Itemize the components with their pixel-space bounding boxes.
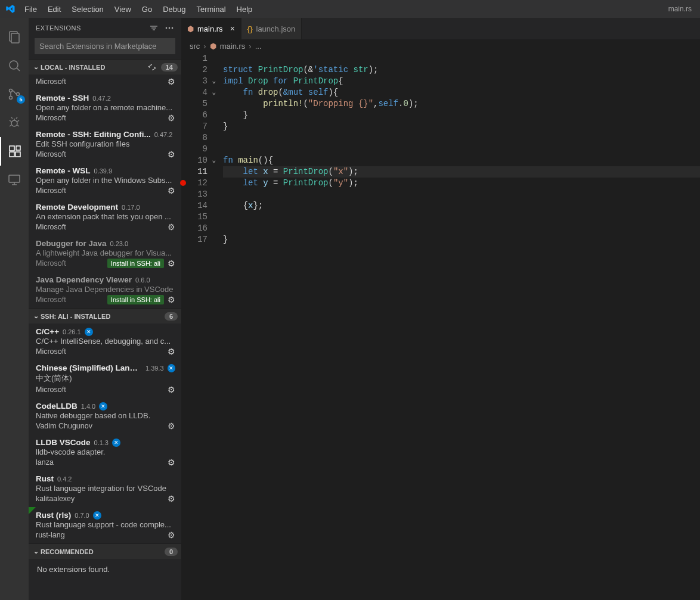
extension-item[interactable]: Remote Development0.17.0An extension pac… <box>29 199 181 235</box>
tab-launch-json[interactable]: {} launch.json <box>241 18 302 39</box>
code-line[interactable]: println!("Dropping {}",self.0); <box>223 98 700 110</box>
line-number[interactable]: 17 <box>181 234 207 245</box>
line-number[interactable]: 15 <box>181 212 207 223</box>
code-line[interactable]: let x = PrintDrop("x"); <box>223 166 700 178</box>
gear-icon[interactable]: ⚙ <box>168 150 175 159</box>
line-number[interactable]: 12 <box>181 178 207 189</box>
line-number[interactable]: 1 <box>181 53 207 64</box>
line-number[interactable]: 5 <box>181 98 207 110</box>
extension-item[interactable]: Microsoft ⚙ <box>29 74 181 90</box>
extension-item[interactable]: Remote - WSL0.39.9Open any folder in the… <box>29 163 181 199</box>
extension-publisher: rust-lang <box>36 531 65 539</box>
extension-item[interactable]: Java Dependency Viewer0.6.0Manage Java D… <box>29 272 181 308</box>
section-recommended[interactable]: ⌄ RECOMMENDED 0 <box>29 543 181 559</box>
extension-publisher: Microsoft <box>36 347 66 356</box>
code-line[interactable]: struct PrintDrop(&'static str); <box>223 64 700 76</box>
menu-edit[interactable]: Edit <box>42 2 66 16</box>
activity-debug[interactable] <box>0 108 29 137</box>
gear-icon[interactable]: ⚙ <box>168 494 175 503</box>
code-line[interactable] <box>223 212 700 223</box>
menu-help[interactable]: Help <box>231 2 258 16</box>
fold-icon[interactable]: ⌄ <box>212 87 216 98</box>
activity-explorer[interactable] <box>0 23 29 51</box>
code-line[interactable]: fn main(){ <box>223 155 700 166</box>
gear-icon[interactable]: ⚙ <box>168 222 175 232</box>
gear-icon[interactable]: ⚙ <box>168 421 175 431</box>
line-number[interactable]: 14 <box>181 200 207 212</box>
menu-terminal[interactable]: Terminal <box>191 2 231 16</box>
extension-item[interactable]: CodeLLDB1.4.0✕Native debugger based on L… <box>29 398 181 434</box>
breadcrumbs[interactable]: src › ⬢ main.rs › ... <box>181 39 700 53</box>
code-line[interactable]: } <box>223 110 700 121</box>
line-number[interactable]: 8 <box>181 132 207 144</box>
code-line[interactable]: fn drop(&mut self){ <box>223 87 700 98</box>
code-line[interactable]: } <box>223 121 700 132</box>
extension-item[interactable]: LLDB VSCode0.1.3✕lldb-vscode adapter.lan… <box>29 434 181 471</box>
code-line[interactable]: impl Drop for PrintDrop{ <box>223 76 700 87</box>
line-number[interactable]: 9 <box>181 144 207 155</box>
gear-icon[interactable]: ⚙ <box>168 259 175 268</box>
gear-icon[interactable]: ⚙ <box>168 530 175 540</box>
menu-file[interactable]: File <box>19 2 42 16</box>
vscode-logo-icon <box>5 4 19 14</box>
menu-go[interactable]: Go <box>137 2 157 16</box>
menu-selection[interactable]: Selection <box>66 2 109 16</box>
sync-icon[interactable] <box>148 63 156 71</box>
section-local-installed[interactable]: ⌄ LOCAL - INSTALLED 14 <box>29 59 181 74</box>
line-number[interactable]: 6 <box>181 110 207 121</box>
gear-icon[interactable]: ⚙ <box>168 77 175 86</box>
activity-remote[interactable] <box>0 166 29 194</box>
activity-search[interactable] <box>0 51 29 80</box>
line-number[interactable]: 2 <box>181 64 207 76</box>
install-badge[interactable]: Install in SSH: ali <box>107 295 164 304</box>
code-line[interactable] <box>223 223 700 234</box>
code-line[interactable] <box>223 189 700 200</box>
code-line[interactable]: {x}; <box>223 200 700 212</box>
gear-icon[interactable]: ⚙ <box>168 458 175 467</box>
code-editor[interactable]: 123⌄4⌄5678910⌄11121314151617 struct Prin… <box>181 53 700 600</box>
extension-item[interactable]: Remote - SSH: Editing Confi...0.47.2Edit… <box>29 126 181 163</box>
extension-item[interactable]: C/C++0.26.1✕C/C++ IntelliSense, debuggin… <box>29 324 181 360</box>
activity-scm[interactable]: 5 <box>0 80 29 108</box>
extension-item[interactable]: Rust (rls)0.7.0✕Rust language support - … <box>29 507 181 543</box>
breakpoint-icon[interactable] <box>180 180 186 186</box>
extension-item[interactable]: Chinese (Simplified) Langu...1.39.3✕中文(简… <box>29 360 181 398</box>
extension-publisher: Microsoft <box>36 150 66 158</box>
section-ssh-installed[interactable]: ⌄ SSH: ALI - INSTALLED 6 <box>29 308 181 324</box>
menu-view[interactable]: View <box>109 2 137 16</box>
extension-item[interactable]: Remote - SSH0.47.2Open any folder on a r… <box>29 90 181 126</box>
more-icon[interactable] <box>165 23 174 33</box>
extension-version: 0.39.9 <box>94 167 113 175</box>
code-line[interactable] <box>223 53 700 64</box>
code-line[interactable]: let y = PrintDrop("y"); <box>223 178 700 189</box>
tab-main-rs[interactable]: ⬢ main.rs × <box>181 18 241 39</box>
line-number[interactable]: 13 <box>181 189 207 200</box>
extension-name: CodeLLDB <box>36 402 78 411</box>
menu-debug[interactable]: Debug <box>157 2 191 16</box>
gear-icon[interactable]: ⚙ <box>168 347 175 356</box>
gear-icon[interactable]: ⚙ <box>168 186 175 195</box>
filter-icon[interactable] <box>149 23 159 33</box>
fold-icon[interactable]: ⌄ <box>212 76 216 87</box>
code-line[interactable] <box>223 132 700 144</box>
close-icon[interactable]: × <box>230 24 235 33</box>
fold-icon[interactable]: ⌄ <box>212 155 216 166</box>
gear-icon[interactable]: ⚙ <box>168 113 175 123</box>
line-number[interactable]: 7 <box>181 121 207 132</box>
code-line[interactable]: } <box>223 234 700 245</box>
gear-icon[interactable]: ⚙ <box>168 385 175 394</box>
extensions-search-input[interactable] <box>35 38 175 54</box>
ssh-count-badge: 6 <box>165 312 178 321</box>
line-number[interactable]: 10⌄ <box>181 155 207 166</box>
line-number[interactable]: 3⌄ <box>181 76 207 87</box>
activity-extensions[interactable] <box>0 137 29 166</box>
extension-description: Manage Java Dependencies in VSCode <box>36 285 175 294</box>
extension-item[interactable]: Debugger for Java0.23.0A lightweight Jav… <box>29 235 181 272</box>
line-number[interactable]: 16 <box>181 223 207 234</box>
line-number[interactable]: 11 <box>181 166 207 178</box>
line-number[interactable]: 4⌄ <box>181 87 207 98</box>
gear-icon[interactable]: ⚙ <box>168 295 175 304</box>
code-line[interactable] <box>223 144 700 155</box>
extension-item[interactable]: Rust0.4.2Rust language integration for V… <box>29 471 181 507</box>
install-badge[interactable]: Install in SSH: ali <box>107 259 164 268</box>
